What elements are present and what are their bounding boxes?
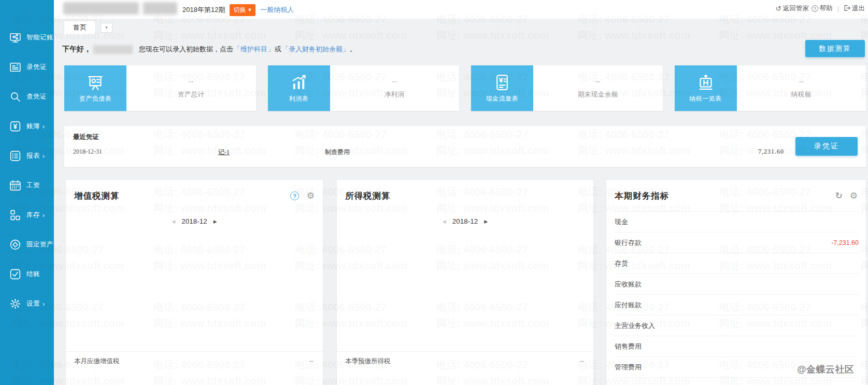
indicator-label: 现金 xyxy=(615,217,628,227)
sidebar-item-label: 设置 xyxy=(26,299,40,308)
indicator-label: 应付账款 xyxy=(615,300,642,310)
sidebar-item-label: 账簿 xyxy=(26,122,40,131)
vat-estimate-panel: 增值税测算 ? ⚙ ◀2018-12▶ 本月应缴增值税 -- xyxy=(66,180,323,385)
taxpayer-type-link[interactable]: 一般纳税人 xyxy=(260,5,294,15)
indicator-label: 主营业务收入 xyxy=(615,321,655,331)
sidebar-item-fixed-assets[interactable]: 固定资产 xyxy=(0,230,54,259)
indicator-row: 主营业务收入 xyxy=(615,315,859,336)
welcome-text: 您现在可以录入初始数据，点击 xyxy=(139,45,233,54)
card-title: 现金流量表 xyxy=(486,94,519,103)
sidebar-item-closing[interactable]: 结账 xyxy=(0,259,54,289)
voucher-date: 2018-12-31 xyxy=(73,148,102,156)
indicator-label: 管理费用 xyxy=(615,363,642,372)
welcome-message: 下午好， 您现在可以录入初始数据，点击 「维护科目」 或 「录入财务初始余额」 … xyxy=(62,44,357,54)
voucher-entry-button[interactable]: 录凭证 xyxy=(795,137,858,156)
help-icon[interactable]: ? xyxy=(290,191,299,200)
help-link[interactable]: ? 帮助 xyxy=(812,4,833,13)
indicator-row: 现金 xyxy=(615,212,859,232)
sidebar-item-smart-accounting[interactable]: 智能记账 xyxy=(0,23,54,52)
sidebar-item-reports[interactable]: 报表› xyxy=(0,141,54,171)
summary-card-cash-flow[interactable]: 现金流量表--期末现金余额 xyxy=(471,65,663,111)
card-tile: 利润表 xyxy=(268,65,330,111)
smart-accounting-icon xyxy=(9,31,22,44)
indicator-label: 银行存款 xyxy=(615,238,642,248)
logout-link[interactable]: 退出 xyxy=(844,4,865,13)
indicator-row: 银行存款-7,231.60 xyxy=(615,232,859,253)
chevron-right-icon: › xyxy=(42,211,45,219)
voucher-number-link[interactable]: 记-1 xyxy=(218,148,230,157)
maintain-subjects-link[interactable]: 「维护科目」 xyxy=(234,45,274,54)
sidebar-item-label: 查凭证 xyxy=(26,92,47,101)
indicator-row: 存货 xyxy=(615,253,859,274)
prev-month-icon[interactable]: ◀ xyxy=(172,219,175,224)
card-body: --资产总计 xyxy=(126,65,256,111)
indicators-panel-title: 本期财务指标 xyxy=(615,190,669,202)
data-calc-button[interactable]: 数据测算 xyxy=(805,40,865,57)
prev-month-icon[interactable]: ◀ xyxy=(443,219,446,224)
watermark-url: 网址: www.tdxsoft.com xyxy=(861,30,868,41)
sidebar-item-voucher-entry[interactable]: 录凭证 xyxy=(0,52,54,82)
chevron-right-icon: › xyxy=(42,300,45,308)
sidebar-nav: 智能记账录凭证查凭证账簿›报表›工资库存›固定资产结账设置› xyxy=(0,0,54,385)
vat-period: 2018-12 xyxy=(181,217,207,225)
summary-card-tax-overview[interactable]: 纳税一览表--纳税额 xyxy=(675,65,866,111)
accounting-period-label: 2018年第12期 xyxy=(182,5,225,15)
summary-card-balance-sheet[interactable]: 资产负债表--资产总计 xyxy=(64,65,256,111)
financial-indicators-panel: 本期财务指标 ↻ ⚙ 现金银行存款-7,231.60存货应收账款应付账款主营业务… xyxy=(606,180,866,385)
back-to-manager-link[interactable]: ↺ 返回管家 xyxy=(776,4,809,13)
sidebar-item-label: 录凭证 xyxy=(26,63,47,72)
initial-balance-link[interactable]: 「录入财务初始余额」 xyxy=(282,45,349,54)
income-tax-bottom-row: 本季预缴所得税 -- xyxy=(337,351,593,370)
indicator-label: 存货 xyxy=(615,259,628,268)
ledger-icon xyxy=(9,120,22,133)
sidebar-item-inventory[interactable]: 库存› xyxy=(0,200,54,230)
watermark-url: 网址: www.tdxsoft.com xyxy=(295,30,407,41)
fixed-assets-icon xyxy=(9,238,22,251)
company-suffix-blurred xyxy=(143,2,177,15)
income-tax-month-nav: ◀2018-12▶ xyxy=(337,217,593,225)
indicator-label: 销售费用 xyxy=(615,342,642,351)
recent-voucher-title: 最近凭证 xyxy=(73,133,99,142)
session-links: ↺ 返回管家 ? 帮助 | 退出 xyxy=(776,4,865,13)
vat-bottom-row: 本月应缴增值税 -- xyxy=(66,351,323,370)
balance-sheet-icon xyxy=(86,73,105,92)
tab-home[interactable]: 首页 xyxy=(64,20,96,34)
chevron-down-icon: ▼ xyxy=(105,25,109,30)
vat-item-value: -- xyxy=(309,352,314,370)
sidebar-item-payroll[interactable]: 工资 xyxy=(0,171,54,200)
card-title: 纳税一览表 xyxy=(689,94,722,103)
refresh-icon[interactable]: ↻ xyxy=(835,191,843,200)
summary-cards: 资产负债表--资产总计利润表--净利润现金流量表--期末现金余额纳税一览表--纳… xyxy=(64,65,866,111)
sidebar-item-settings[interactable]: 设置› xyxy=(0,289,54,319)
chevron-right-icon: › xyxy=(42,152,45,160)
period-group: 2018年第12期 切换▼ 一般纳税人 xyxy=(182,4,294,16)
card-title: 利润表 xyxy=(289,94,309,103)
card-value: -- xyxy=(799,77,804,86)
next-month-icon[interactable]: ▶ xyxy=(484,219,488,224)
reports-icon xyxy=(9,149,22,162)
watermark-url: 网址: www.tdxsoft.com xyxy=(436,30,549,41)
card-body: --纳税额 xyxy=(737,65,866,111)
conjunction-text: 或 xyxy=(275,45,281,54)
tab-list-dropdown[interactable]: ▼ xyxy=(101,23,112,33)
voucher-summary: 制造费用 xyxy=(325,148,350,157)
next-month-icon[interactable]: ▶ xyxy=(214,219,217,224)
gear-icon[interactable]: ⚙ xyxy=(307,191,315,200)
gear-icon[interactable]: ⚙ xyxy=(850,191,858,200)
summary-card-income-statement[interactable]: 利润表--净利润 xyxy=(268,65,460,111)
closing-icon xyxy=(9,268,22,281)
vat-item-label: 本月应缴增值税 xyxy=(74,352,120,370)
sidebar-item-label: 智能记账 xyxy=(26,33,53,42)
indicator-rows: 现金银行存款-7,231.60存货应收账款应付账款主营业务收入销售费用管理费用 xyxy=(615,211,859,378)
vat-month-nav: ◀2018-12▶ xyxy=(66,217,323,225)
sidebar-item-ledger[interactable]: 账簿› xyxy=(0,112,54,141)
sidebar-item-voucher-search[interactable]: 查凭证 xyxy=(0,82,54,112)
user-name-blurred xyxy=(93,45,133,54)
income-tax-item-label: 本季预缴所得税 xyxy=(345,352,391,370)
chevron-down-icon: ▼ xyxy=(247,7,252,12)
cash-flow-icon xyxy=(493,73,511,92)
card-tile: 纳税一览表 xyxy=(675,65,737,111)
page: 智能记账录凭证查凭证账簿›报表›工资库存›固定资产结账设置› 2018年第12期… xyxy=(0,0,868,385)
chevron-right-icon: › xyxy=(42,122,45,130)
switch-period-button[interactable]: 切换▼ xyxy=(230,4,255,16)
